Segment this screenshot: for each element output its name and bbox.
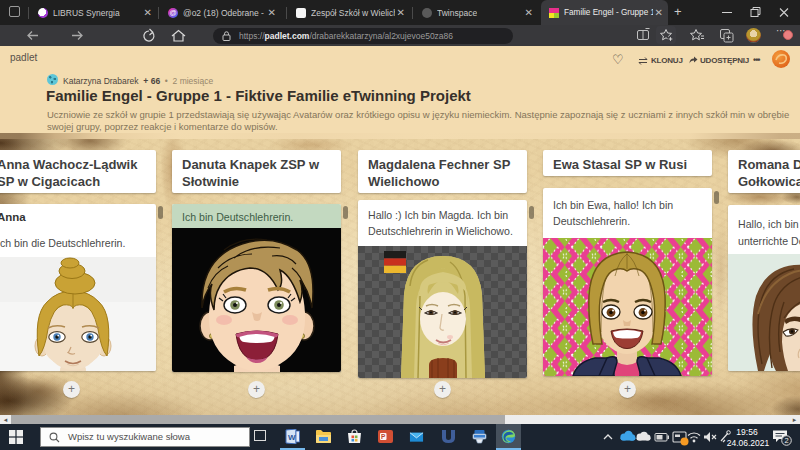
svg-text:W: W [288,433,296,442]
svg-text:P: P [381,433,386,440]
svg-text:2: 2 [784,436,788,445]
svg-text:19:56: 19:56 [736,427,758,437]
svg-text:24.06.2021: 24.06.2021 [727,438,770,448]
